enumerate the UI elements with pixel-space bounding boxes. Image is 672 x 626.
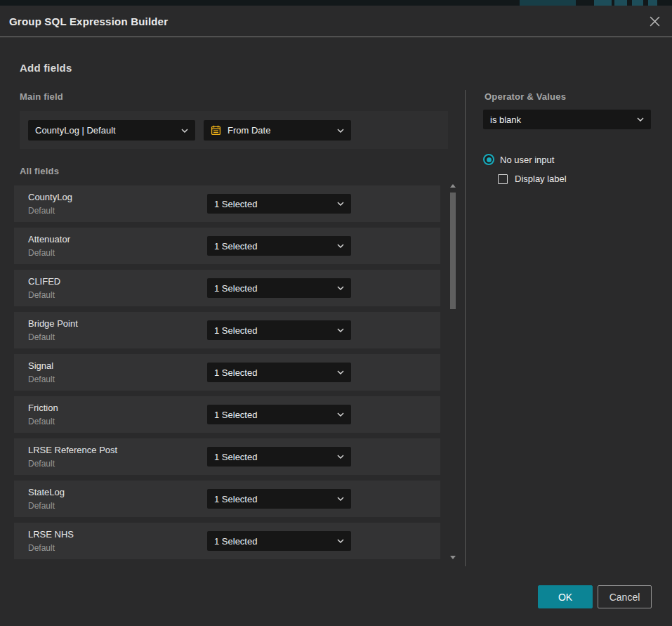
field-selected-value: 1 Selected: [214, 367, 331, 378]
operator-values-heading: Operator & Values: [485, 91, 566, 102]
field-source-sublabel: Default: [28, 543, 55, 553]
display-label-checkbox-row[interactable]: Display label: [498, 174, 567, 184]
field-name: Friction: [28, 403, 58, 413]
main-field-source-select[interactable]: CountyLog | Default: [28, 120, 195, 141]
background-toolbar-fragment: [594, 0, 612, 6]
main-field-label: Main field: [20, 91, 63, 102]
cancel-button[interactable]: Cancel: [598, 585, 652, 608]
field-row: LRSE NHS Default 1 Selected: [14, 523, 440, 559]
dialog-title: Group SQL Expression Builder: [9, 6, 168, 37]
chevron-down-icon: [337, 455, 344, 459]
chevron-down-icon: [181, 129, 188, 133]
field-selected-dropdown[interactable]: 1 Selected: [207, 320, 351, 340]
field-name: Attenuator: [28, 234, 70, 244]
chevron-down-icon: [337, 539, 344, 543]
field-selected-dropdown[interactable]: 1 Selected: [207, 236, 351, 256]
operator-select[interactable]: is blank: [483, 110, 651, 129]
chevron-down-icon: [337, 328, 344, 332]
scrollbar-up-arrow[interactable]: [450, 184, 456, 188]
operator-value: is blank: [490, 115, 631, 125]
field-selected-value: 1 Selected: [214, 494, 331, 504]
field-name: Bridge Point: [28, 318, 78, 329]
field-row: LRSE Reference Post Default 1 Selected: [14, 438, 440, 475]
field-name: Signal: [28, 360, 53, 371]
radio-selected-icon: [483, 154, 494, 165]
main-field-source-value: CountyLog | Default: [35, 125, 176, 136]
ok-button[interactable]: OK: [538, 585, 593, 608]
background-toolbar-fragment: [520, 0, 576, 6]
list-scrollbar: [449, 181, 457, 562]
field-selected-value: 1 Selected: [214, 410, 331, 420]
scrollbar-thumb[interactable]: [450, 193, 456, 309]
field-name: LRSE Reference Post: [28, 445, 117, 455]
field-source-sublabel: Default: [28, 248, 55, 258]
chevron-down-icon: [337, 202, 344, 206]
field-source-sublabel: Default: [28, 459, 55, 469]
field-selected-value: 1 Selected: [214, 199, 331, 209]
close-icon: [649, 15, 661, 27]
field-source-sublabel: Default: [28, 332, 55, 342]
field-selected-dropdown[interactable]: 1 Selected: [207, 278, 351, 298]
dialog-header: Group SQL Expression Builder: [0, 6, 672, 37]
field-source-sublabel: Default: [28, 206, 55, 216]
field-source-sublabel: Default: [28, 290, 55, 300]
background-toolbar-fragment: [614, 0, 627, 6]
field-selected-dropdown[interactable]: 1 Selected: [207, 363, 351, 382]
background-page-edge: [0, 0, 672, 6]
field-selected-value: 1 Selected: [214, 325, 331, 336]
chevron-down-icon: [337, 497, 344, 501]
chevron-down-icon: [337, 370, 344, 374]
field-selected-value: 1 Selected: [214, 283, 331, 294]
field-selected-dropdown[interactable]: 1 Selected: [207, 489, 351, 509]
scrollbar-down-arrow[interactable]: [450, 556, 456, 559]
main-field-date-select[interactable]: From Date: [204, 120, 351, 141]
main-field-date-value: From Date: [228, 125, 331, 136]
field-selected-value: 1 Selected: [214, 536, 331, 547]
field-source-sublabel: Default: [28, 501, 55, 511]
field-row: Bridge Point Default 1 Selected: [14, 312, 440, 348]
group-sql-expression-builder-dialog: Group SQL Expression Builder Add fields …: [0, 6, 672, 626]
field-name: CLIFED: [28, 276, 60, 287]
field-row: StateLog Default 1 Selected: [14, 481, 440, 517]
all-fields-label: All fields: [20, 166, 59, 176]
close-button[interactable]: [647, 13, 662, 29]
background-toolbar-fragment: [648, 0, 657, 6]
field-selected-dropdown[interactable]: 1 Selected: [207, 531, 351, 551]
background-toolbar-fragment: [632, 0, 643, 6]
field-selected-dropdown[interactable]: 1 Selected: [207, 447, 351, 467]
field-name: LRSE NHS: [28, 529, 74, 540]
display-label-text: Display label: [515, 174, 567, 184]
field-selected-dropdown[interactable]: 1 Selected: [207, 194, 351, 214]
main-field-band: CountyLog | Default From Date: [20, 111, 448, 149]
no-user-input-radio[interactable]: No user input: [483, 154, 554, 165]
add-fields-heading: Add fields: [20, 62, 72, 74]
chevron-down-icon: [337, 286, 344, 290]
all-fields-list: CountyLog Default 1 Selected Attenuator …: [14, 185, 440, 565]
field-selected-value: 1 Selected: [214, 241, 331, 252]
calendar-icon: [211, 125, 221, 136]
field-source-sublabel: Default: [28, 374, 55, 384]
chevron-down-icon: [637, 117, 644, 122]
field-row: Attenuator Default 1 Selected: [14, 228, 440, 264]
field-selected-dropdown[interactable]: 1 Selected: [207, 405, 351, 424]
no-user-input-label: No user input: [500, 155, 554, 165]
field-row: CLIFED Default 1 Selected: [14, 270, 440, 306]
chevron-down-icon: [337, 412, 344, 417]
chevron-down-icon: [337, 244, 344, 248]
checkbox-unchecked-icon: [498, 174, 508, 184]
field-source-sublabel: Default: [28, 417, 55, 426]
chevron-down-icon: [337, 129, 344, 133]
panel-divider: [465, 90, 466, 566]
field-name: StateLog: [28, 487, 65, 497]
field-name: CountyLog: [28, 192, 72, 202]
field-row: Friction Default 1 Selected: [14, 396, 440, 433]
field-row: CountyLog Default 1 Selected: [14, 185, 440, 222]
field-row: Signal Default 1 Selected: [14, 354, 440, 391]
field-selected-value: 1 Selected: [214, 452, 331, 462]
